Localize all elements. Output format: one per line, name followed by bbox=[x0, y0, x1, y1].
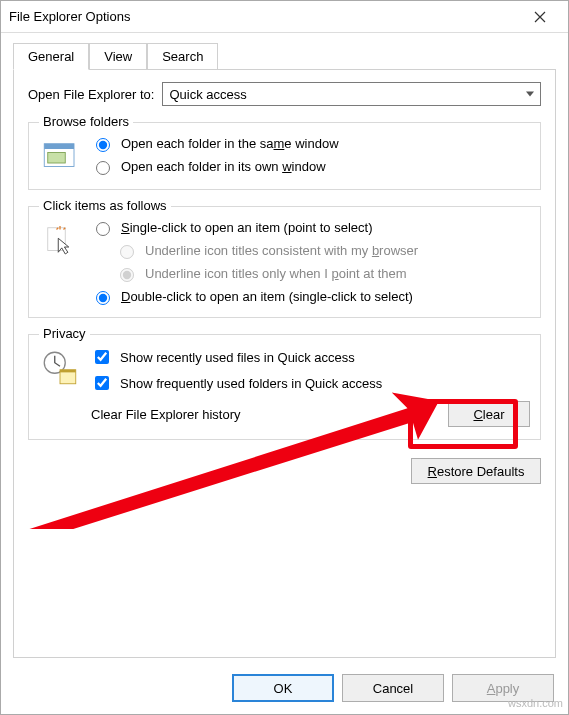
underline-point-option: Underline icon titles only when I point … bbox=[115, 265, 530, 282]
single-click-option[interactable]: Single-click to open an item (point to s… bbox=[91, 219, 530, 236]
same-window-label: Open each folder in the same window bbox=[121, 136, 339, 151]
tab-search[interactable]: Search bbox=[147, 43, 218, 69]
history-icon bbox=[39, 347, 81, 389]
clear-history-label: Clear File Explorer history bbox=[91, 407, 440, 422]
underline-browser-radio bbox=[120, 245, 134, 259]
window-title: File Explorer Options bbox=[9, 9, 520, 24]
privacy-title: Privacy bbox=[39, 326, 90, 341]
double-click-radio[interactable] bbox=[96, 291, 110, 305]
open-to-label: Open File Explorer to: bbox=[28, 87, 154, 102]
same-window-radio[interactable] bbox=[96, 138, 110, 152]
ok-button[interactable]: OK bbox=[232, 674, 334, 702]
open-to-row: Open File Explorer to: Quick access bbox=[28, 82, 541, 106]
tab-general[interactable]: General bbox=[13, 43, 89, 70]
underline-point-radio bbox=[120, 268, 134, 282]
same-window-option[interactable]: Open each folder in the same window bbox=[91, 135, 530, 152]
restore-defaults-button[interactable]: Restore Defaults bbox=[411, 458, 541, 484]
svg-rect-2 bbox=[48, 153, 66, 164]
svg-rect-1 bbox=[44, 144, 74, 149]
folders-icon bbox=[39, 135, 81, 177]
titlebar: File Explorer Options bbox=[1, 1, 568, 33]
content-area: General View Search Open File Explorer t… bbox=[1, 33, 568, 664]
own-window-label: Open each folder in its own window bbox=[121, 159, 326, 174]
general-panel: Open File Explorer to: Quick access Brow… bbox=[13, 69, 556, 658]
single-click-label: Single-click to open an item (point to s… bbox=[121, 220, 372, 235]
show-frequent-checkbox[interactable] bbox=[95, 376, 109, 390]
file-explorer-options-dialog: File Explorer Options General View Searc… bbox=[0, 0, 569, 715]
show-recent-label: Show recently used files in Quick access bbox=[120, 350, 355, 365]
double-click-label: Double-click to open an item (single-cli… bbox=[121, 289, 413, 304]
restore-defaults-row: Restore Defaults bbox=[28, 458, 541, 484]
svg-rect-6 bbox=[60, 370, 76, 373]
tab-view[interactable]: View bbox=[89, 43, 147, 69]
click-items-group: Click items as follows Single-click to o… bbox=[28, 206, 541, 318]
show-frequent-label: Show frequently used folders in Quick ac… bbox=[120, 376, 382, 391]
browse-folders-group: Browse folders Open each folder in the s… bbox=[28, 122, 541, 190]
underline-browser-label: Underline icon titles consistent with my… bbox=[145, 243, 418, 258]
cursor-click-icon bbox=[39, 219, 81, 261]
watermark-text: wsxdn.com bbox=[508, 697, 563, 709]
privacy-group: Privacy Show recently used files in Quic… bbox=[28, 334, 541, 440]
underline-point-label: Underline icon titles only when I point … bbox=[145, 266, 407, 281]
close-button[interactable] bbox=[520, 3, 560, 31]
cancel-button[interactable]: Cancel bbox=[342, 674, 444, 702]
browse-folders-title: Browse folders bbox=[39, 114, 133, 129]
clear-button[interactable]: Clear bbox=[448, 401, 530, 427]
single-click-radio[interactable] bbox=[96, 222, 110, 236]
open-to-select[interactable]: Quick access bbox=[162, 82, 541, 106]
dialog-buttons: OK Cancel Apply bbox=[1, 664, 568, 714]
open-to-value: Quick access bbox=[169, 87, 246, 102]
close-icon bbox=[534, 11, 546, 23]
show-recent-checkbox[interactable] bbox=[95, 350, 109, 364]
clear-history-row: Clear File Explorer history Clear bbox=[91, 401, 530, 427]
show-frequent-option[interactable]: Show frequently used folders in Quick ac… bbox=[91, 373, 530, 393]
own-window-option[interactable]: Open each folder in its own window bbox=[91, 158, 530, 175]
own-window-radio[interactable] bbox=[96, 161, 110, 175]
show-recent-option[interactable]: Show recently used files in Quick access bbox=[91, 347, 530, 367]
underline-browser-option: Underline icon titles consistent with my… bbox=[115, 242, 530, 259]
click-items-title: Click items as follows bbox=[39, 198, 171, 213]
double-click-option[interactable]: Double-click to open an item (single-cli… bbox=[91, 288, 530, 305]
tab-list: General View Search bbox=[13, 43, 556, 69]
